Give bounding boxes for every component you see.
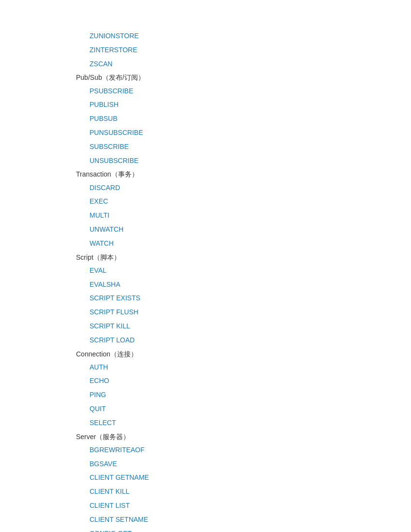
unsubscribe-link[interactable]: UNSUBSCRIBE xyxy=(90,157,138,164)
transaction-label: Transaction（事务） xyxy=(76,168,411,180)
list-item: SCRIPT LOAD xyxy=(76,333,411,347)
list-item: CONFIG GET xyxy=(76,527,411,532)
list-item: EXEC xyxy=(76,194,411,208)
echo-link[interactable]: ECHO xyxy=(90,377,109,384)
standalone-commands: ZUNIONSTORE ZINTERSTORE ZSCAN xyxy=(76,29,411,71)
psubscribe-link[interactable]: PSUBSCRIBE xyxy=(90,87,133,95)
discard-link[interactable]: DISCARD xyxy=(90,184,120,192)
bgrewriteaof-link[interactable]: BGREWRITEAOF xyxy=(90,446,145,454)
list-item: SUBSCRIBE xyxy=(76,140,411,154)
client-list-link[interactable]: CLIENT LIST xyxy=(90,502,130,509)
config-get-link[interactable]: CONFIG GET xyxy=(90,530,132,532)
list-item: CLIENT LIST xyxy=(76,499,411,513)
client-getname-link[interactable]: CLIENT GETNAME xyxy=(90,473,149,481)
unwatch-link[interactable]: UNWATCH xyxy=(90,225,123,233)
list-item: MULTI xyxy=(76,208,411,222)
list-item: ZSCAN xyxy=(76,57,411,71)
list-item: AUTH xyxy=(76,360,411,374)
list-item: SCRIPT FLUSH xyxy=(76,305,411,319)
pubsub-link[interactable]: PUBSUB xyxy=(90,115,118,122)
content-area: ZUNIONSTORE ZINTERSTORE ZSCAN Pub/Sub（发布… xyxy=(0,29,411,532)
list-item: PUNSUBSCRIBE xyxy=(76,126,411,140)
list-item: PUBLISH xyxy=(76,98,411,112)
server-label: Server（服务器） xyxy=(76,431,411,443)
quit-link[interactable]: QUIT xyxy=(90,405,106,413)
list-item: BGSAVE xyxy=(76,457,411,471)
evalsha-link[interactable]: EVALSHA xyxy=(90,281,121,288)
pubsub-section: Pub/Sub（发布/订阅） PSUBSCRIBE PUBLISH PUBSUB… xyxy=(76,72,411,167)
subscribe-link[interactable]: SUBSCRIBE xyxy=(90,143,129,150)
list-item: EVALSHA xyxy=(76,278,411,292)
list-item: SELECT xyxy=(76,416,411,430)
list-item: UNSUBSCRIBE xyxy=(76,154,411,168)
ping-link[interactable]: PING xyxy=(90,391,106,399)
zscan-link[interactable]: ZSCAN xyxy=(90,60,112,68)
list-item: SCRIPT KILL xyxy=(76,319,411,333)
pubsub-label: Pub/Sub（发布/订阅） xyxy=(76,72,411,84)
list-item: CLIENT GETNAME xyxy=(76,471,411,485)
watch-link[interactable]: WATCH xyxy=(90,239,114,247)
eval-link[interactable]: EVAL xyxy=(90,266,107,274)
list-item: UNWATCH xyxy=(76,222,411,236)
list-item: EVAL xyxy=(76,264,411,278)
list-item: ZUNIONSTORE xyxy=(76,29,411,43)
client-kill-link[interactable]: CLIENT KILL xyxy=(90,488,129,495)
list-item: DISCARD xyxy=(76,181,411,195)
exec-link[interactable]: EXEC xyxy=(90,197,108,205)
connection-section: Connection（连接） AUTH ECHO PING QUIT SELEC… xyxy=(76,348,411,430)
list-item: QUIT xyxy=(76,402,411,416)
bgsave-link[interactable]: BGSAVE xyxy=(90,460,117,468)
list-item: BGREWRITEAOF xyxy=(76,443,411,457)
list-item: CLIENT KILL xyxy=(76,485,411,499)
script-load-link[interactable]: SCRIPT LOAD xyxy=(90,336,135,344)
script-kill-link[interactable]: SCRIPT KILL xyxy=(90,322,130,330)
server-section: Server（服务器） BGREWRITEAOF BGSAVE CLIENT G… xyxy=(76,431,411,532)
list-item: ECHO xyxy=(76,374,411,388)
script-flush-link[interactable]: SCRIPT FLUSH xyxy=(90,308,138,316)
publish-link[interactable]: PUBLISH xyxy=(90,101,119,108)
script-exists-link[interactable]: SCRIPT EXISTS xyxy=(90,294,140,302)
script-label: Script（脚本） xyxy=(76,251,411,264)
script-section: Script（脚本） EVAL EVALSHA SCRIPT EXISTS SC… xyxy=(76,251,411,347)
connection-label: Connection（连接） xyxy=(76,348,411,360)
select-link[interactable]: SELECT xyxy=(90,419,116,427)
list-item: PSUBSCRIBE xyxy=(76,84,411,98)
list-item: CLIENT SETNAME xyxy=(76,513,411,527)
client-setname-link[interactable]: CLIENT SETNAME xyxy=(90,516,148,523)
list-item: ZINTERSTORE xyxy=(76,43,411,57)
punsubscribe-link[interactable]: PUNSUBSCRIBE xyxy=(90,129,143,136)
transaction-section: Transaction（事务） DISCARD EXEC MULTI UNWAT… xyxy=(76,168,411,250)
list-item: PING xyxy=(76,388,411,402)
list-item: PUBSUB xyxy=(76,112,411,126)
page-container: ZUNIONSTORE ZINTERSTORE ZSCAN Pub/Sub（发布… xyxy=(0,0,411,532)
multi-link[interactable]: MULTI xyxy=(90,211,109,219)
zinterstore-link[interactable]: ZINTERSTORE xyxy=(90,46,137,54)
list-item: SCRIPT EXISTS xyxy=(76,291,411,305)
list-item: WATCH xyxy=(76,236,411,251)
auth-link[interactable]: AUTH xyxy=(90,363,108,371)
zunionstore-link[interactable]: ZUNIONSTORE xyxy=(90,32,139,40)
